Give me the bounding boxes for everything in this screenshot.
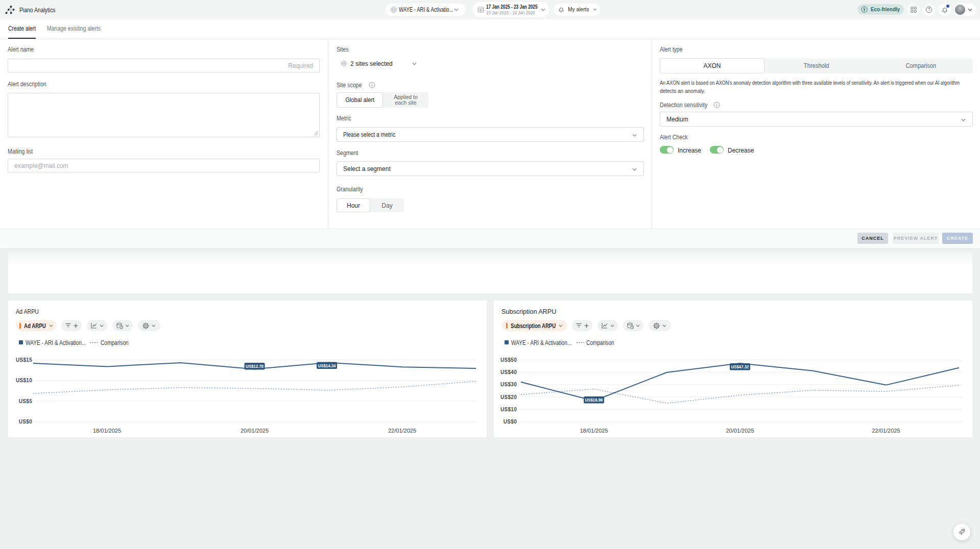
svg-text:US$47.32: US$47.32 — [731, 364, 749, 369]
svg-text:US$12.78: US$12.78 — [246, 363, 264, 369]
svg-text:US$15: US$15 — [16, 357, 32, 363]
svg-text:US$0: US$0 — [504, 419, 517, 425]
svg-text:US$16.96: US$16.96 — [585, 397, 603, 403]
svg-text:US$5: US$5 — [19, 398, 32, 404]
svg-text:US$0: US$0 — [19, 419, 32, 425]
svg-text:US$10: US$10 — [500, 407, 517, 412]
svg-text:US$10: US$10 — [16, 378, 32, 383]
svg-text:US$50: US$50 — [500, 357, 517, 363]
svg-text:18/01/2025: 18/01/2025 — [580, 428, 608, 434]
svg-text:US$30: US$30 — [500, 382, 517, 387]
svg-text:US$14.34: US$14.34 — [318, 363, 337, 368]
svg-text:US$40: US$40 — [500, 369, 517, 375]
svg-text:22/01/2025: 22/01/2025 — [388, 428, 416, 434]
svg-text:20/01/2025: 20/01/2025 — [241, 428, 269, 434]
svg-text:22/01/2025: 22/01/2025 — [872, 428, 900, 434]
svg-text:18/01/2025: 18/01/2025 — [93, 428, 121, 434]
svg-text:20/01/2025: 20/01/2025 — [726, 428, 754, 434]
svg-text:US$20: US$20 — [500, 394, 517, 400]
